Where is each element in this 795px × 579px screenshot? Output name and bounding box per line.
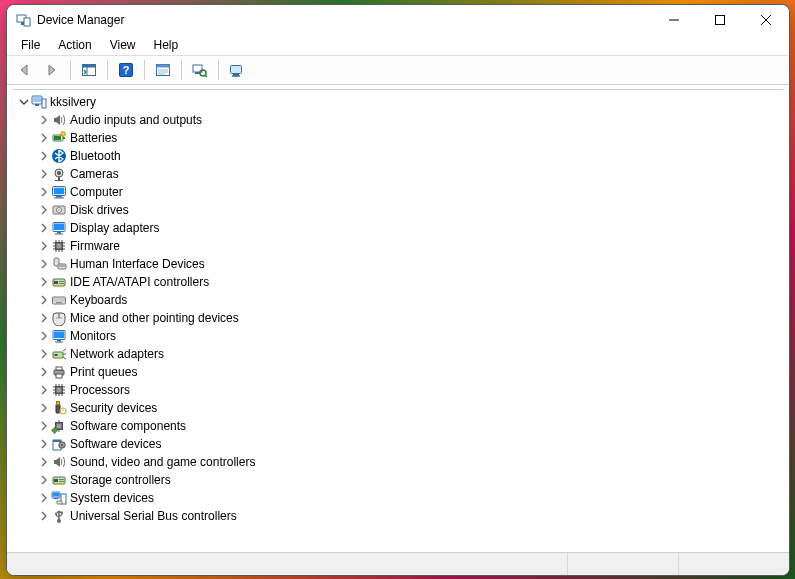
computer-icon — [51, 184, 67, 200]
svg-point-136 — [55, 513, 57, 515]
expand-icon[interactable] — [37, 509, 51, 523]
tree-category-node[interactable]: Processors — [33, 381, 783, 399]
expand-icon[interactable] — [37, 185, 51, 199]
menu-action[interactable]: Action — [50, 37, 99, 53]
expand-icon[interactable] — [37, 347, 51, 361]
expand-icon[interactable] — [37, 329, 51, 343]
minimize-button[interactable] — [651, 5, 697, 35]
svg-rect-116 — [57, 424, 62, 429]
sound-controller-icon — [51, 454, 67, 470]
expand-icon[interactable] — [37, 383, 51, 397]
tree-category-node[interactable]: Human Interface Devices — [33, 255, 783, 273]
svg-rect-47 — [55, 234, 63, 235]
show-hide-console-tree-button[interactable] — [76, 57, 102, 83]
svg-rect-46 — [57, 232, 61, 234]
expand-icon[interactable] — [37, 239, 51, 253]
expand-icon[interactable] — [37, 257, 51, 271]
category-label: Disk drives — [70, 203, 129, 217]
forward-button[interactable] — [39, 57, 65, 83]
firmware-icon — [51, 238, 67, 254]
scan-hardware-button[interactable] — [187, 57, 213, 83]
maximize-button[interactable] — [697, 5, 743, 35]
software-device-icon — [51, 436, 67, 452]
svg-rect-75 — [62, 299, 63, 300]
properties-button[interactable] — [150, 57, 176, 83]
tree-category-node[interactable]: Bluetooth — [33, 147, 783, 165]
tree-category-node[interactable]: Network adapters — [33, 345, 783, 363]
tree-category-node[interactable]: Firmware — [33, 237, 783, 255]
menu-help[interactable]: Help — [146, 37, 187, 53]
svg-rect-49 — [57, 244, 62, 249]
expand-icon[interactable] — [37, 167, 51, 181]
tree-category-node[interactable]: Cameras — [33, 165, 783, 183]
tree-root-node[interactable]: kksilvery — [13, 93, 783, 111]
ide-controller-icon — [51, 274, 67, 290]
device-tree[interactable]: kksilvery Audio inputs and outputs Batte… — [13, 89, 783, 552]
tree-category-node[interactable]: Monitors — [33, 327, 783, 345]
expand-icon[interactable] — [37, 401, 51, 415]
expand-icon[interactable] — [37, 293, 51, 307]
toolbar-separator — [70, 60, 71, 80]
expand-icon[interactable] — [37, 113, 51, 127]
bluetooth-icon — [51, 148, 67, 164]
tree-category-node[interactable]: Disk drives — [33, 201, 783, 219]
expand-icon[interactable] — [37, 473, 51, 487]
expand-icon[interactable] — [37, 131, 51, 145]
category-label: Universal Serial Bus controllers — [70, 509, 237, 523]
tree-category-node[interactable]: Print queues — [33, 363, 783, 381]
expand-icon[interactable] — [37, 491, 51, 505]
tree-category-node[interactable]: Storage controllers — [33, 471, 783, 489]
svg-rect-88 — [57, 340, 61, 342]
expand-icon[interactable] — [37, 419, 51, 433]
processor-icon — [51, 382, 67, 398]
tree-category-node[interactable]: Audio inputs and outputs — [33, 111, 783, 129]
tree-category-node[interactable]: Security devices — [33, 399, 783, 417]
tree-category-node[interactable]: Software components — [33, 417, 783, 435]
window-title: Device Manager — [37, 13, 124, 27]
svg-rect-69 — [55, 286, 63, 288]
tree-category-node[interactable]: Batteries — [33, 129, 783, 147]
camera-icon — [51, 166, 67, 182]
titlebar[interactable]: Device Manager — [7, 5, 789, 35]
svg-rect-76 — [64, 299, 65, 300]
collapse-icon[interactable] — [17, 95, 31, 109]
category-label: Storage controllers — [70, 473, 171, 487]
tree-category-node[interactable]: IDE ATA/ATAPI controllers — [33, 273, 783, 291]
security-device-icon — [51, 400, 67, 416]
expand-icon[interactable] — [37, 149, 51, 163]
svg-point-31 — [61, 132, 65, 136]
svg-rect-111 — [56, 404, 60, 413]
svg-rect-80 — [60, 301, 61, 302]
expand-icon[interactable] — [37, 275, 51, 289]
tree-category-node[interactable]: Sound, video and game controllers — [33, 453, 783, 471]
svg-rect-77 — [54, 301, 55, 302]
svg-rect-26 — [35, 104, 39, 106]
tree-category-node[interactable]: Display adapters — [33, 219, 783, 237]
svg-rect-127 — [59, 481, 64, 482]
tree-category-node[interactable]: Software devices — [33, 435, 783, 453]
expand-icon[interactable] — [37, 311, 51, 325]
expand-icon[interactable] — [37, 455, 51, 469]
tree-category-node[interactable]: System devices — [33, 489, 783, 507]
expand-icon[interactable] — [37, 203, 51, 217]
hid-icon — [51, 256, 67, 272]
software-component-icon — [51, 418, 67, 434]
svg-rect-67 — [59, 281, 64, 282]
tree-category-node[interactable]: Computer — [33, 183, 783, 201]
svg-rect-4 — [716, 16, 725, 25]
close-button[interactable] — [743, 5, 789, 35]
add-legacy-hardware-button[interactable] — [224, 57, 250, 83]
expand-icon[interactable] — [37, 437, 51, 451]
svg-rect-98 — [57, 388, 62, 393]
svg-rect-38 — [54, 188, 64, 194]
expand-icon[interactable] — [37, 365, 51, 379]
menu-view[interactable]: View — [102, 37, 144, 53]
back-button[interactable] — [11, 57, 37, 83]
menu-file[interactable]: File — [13, 37, 48, 53]
tree-category-node[interactable]: Mice and other pointing devices — [33, 309, 783, 327]
svg-rect-66 — [54, 281, 58, 284]
help-button[interactable]: ? — [113, 57, 139, 83]
expand-icon[interactable] — [37, 221, 51, 235]
tree-category-node[interactable]: Universal Serial Bus controllers — [33, 507, 783, 525]
tree-category-node[interactable]: Keyboards — [33, 291, 783, 309]
